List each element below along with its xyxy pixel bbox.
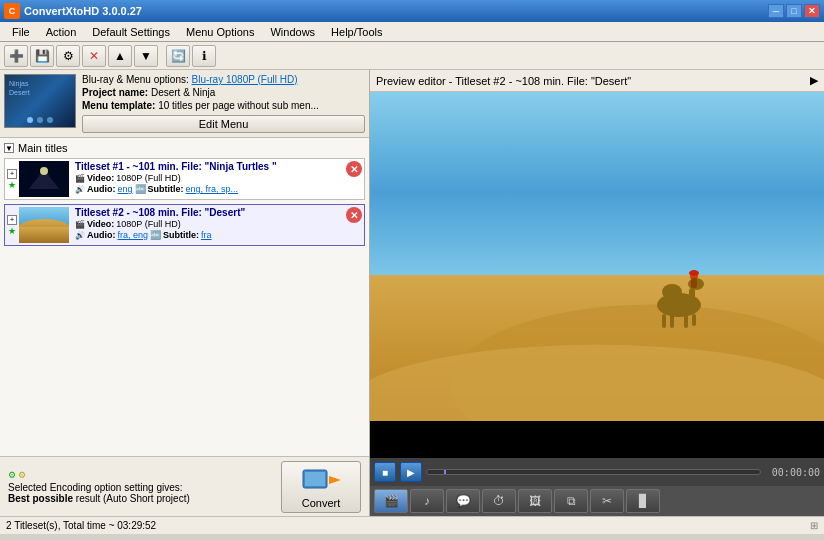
timecode: 00:00:00 xyxy=(765,467,820,478)
menu-file[interactable]: File xyxy=(4,24,38,40)
window-controls: ─ □ ✕ xyxy=(768,4,820,18)
thumb-dot xyxy=(27,117,33,123)
tab-menu[interactable]: 🖼 xyxy=(518,489,552,513)
menu-bar: File Action Default Settings Menu Option… xyxy=(0,22,824,42)
svg-rect-17 xyxy=(662,314,666,328)
thumb-dot xyxy=(37,117,43,123)
tab-multi[interactable]: ⧉ xyxy=(554,489,588,513)
svg-rect-18 xyxy=(670,314,674,328)
title-2-video: 🎬 Video: 1080P (Full HD) xyxy=(75,219,360,229)
title-2-delete-button[interactable]: ✕ xyxy=(346,207,362,223)
subtitle-label-2: Subtitle: xyxy=(163,230,199,240)
title-2-info: Titleset #2 - ~108 min. File: "Desert" 🎬… xyxy=(71,205,364,245)
toolbar-info-button[interactable]: ℹ xyxy=(192,45,216,67)
status-icon-green: ⚙ xyxy=(8,470,16,480)
subtitle-label: Subtitle: xyxy=(148,184,184,194)
subtitle-sep-2: 🔤 xyxy=(150,230,161,240)
preview-tabs: 🎬 ♪ 💬 ⏱ 🖼 ⧉ ✂ ▊ xyxy=(370,486,824,516)
toolbar-up-button[interactable]: ▲ xyxy=(108,45,132,67)
statusbar-resize: ⊞ xyxy=(810,520,818,531)
toolbar-down-button[interactable]: ▼ xyxy=(134,45,158,67)
title-1-expand-top[interactable]: + xyxy=(7,169,17,179)
convert-icon xyxy=(301,465,341,495)
title-bar: C ConvertXtoHD 3.0.0.27 ─ □ ✕ xyxy=(0,0,824,22)
title-2-subtitle-link[interactable]: fra xyxy=(201,230,212,240)
thumb-text: NinjasDesert xyxy=(5,75,75,101)
tab-cut[interactable]: ✂ xyxy=(590,489,624,513)
bluray-options-label: Blu-ray & Menu options: xyxy=(82,74,189,85)
thumb-dot xyxy=(47,117,53,123)
status-line2: Best possible result (Auto Short project… xyxy=(8,493,273,504)
title-1-star[interactable]: ★ xyxy=(7,180,17,190)
title-item-2: + ★ xyxy=(4,204,365,246)
title-1-delete-button[interactable]: ✕ xyxy=(346,161,362,177)
title-2-expand-controls: + ★ xyxy=(7,215,17,236)
title-1-subtitle-link[interactable]: eng, fra, sp... xyxy=(186,184,239,194)
title-2-thumbnail xyxy=(19,207,69,243)
audio-icon: 🔊 xyxy=(75,184,85,194)
menu-options[interactable]: Menu Options xyxy=(178,24,262,40)
audio-icon-2: 🔊 xyxy=(75,230,85,240)
tab-subtitle[interactable]: 💬 xyxy=(446,489,480,513)
tab-bar[interactable]: ▊ xyxy=(626,489,660,513)
bluray-settings: NinjasDesert Blu-ray & Menu options: Blu… xyxy=(0,70,369,138)
seekbar[interactable] xyxy=(426,469,761,475)
dune-svg xyxy=(370,224,824,425)
audio-label: Audio: xyxy=(87,184,116,194)
title-1-audio-link[interactable]: eng xyxy=(118,184,133,194)
edit-menu-button[interactable]: Edit Menu xyxy=(82,115,365,133)
menu-action[interactable]: Action xyxy=(38,24,85,40)
title-1-name: Titleset #1 - ~101 min. File: "Ninja Tur… xyxy=(75,161,360,172)
toolbar-refresh-button[interactable]: 🔄 xyxy=(166,45,190,67)
statusbar-left: 2 Titleset(s), Total time ~ 03:29:52 xyxy=(6,520,156,531)
toolbar-delete-button[interactable]: ✕ xyxy=(82,45,106,67)
project-name-value: Desert & Ninja xyxy=(151,87,215,98)
toolbar: ➕ 💾 ⚙ ✕ ▲ ▼ 🔄 ℹ xyxy=(0,42,824,70)
menu-help[interactable]: Help/Tools xyxy=(323,24,390,40)
preview-title: Preview editor - Titleset #2 - ~108 min.… xyxy=(376,75,631,87)
svg-point-2 xyxy=(40,167,48,175)
minimize-button[interactable]: ─ xyxy=(768,4,784,18)
tab-audio[interactable]: ♪ xyxy=(410,489,444,513)
toolbar-save-button[interactable]: 💾 xyxy=(30,45,54,67)
project-name-label: Project name: xyxy=(82,87,148,98)
title-item-2-left: + ★ xyxy=(5,205,71,245)
play-button[interactable]: ▶ xyxy=(400,462,422,482)
menu-template-line: Menu template: 10 titles per page withou… xyxy=(82,100,365,111)
preview-arrow-icon: ▶ xyxy=(810,74,818,87)
video-label-2: Video: xyxy=(87,219,114,229)
svg-rect-19 xyxy=(684,314,688,328)
title-item-1-left: + ★ xyxy=(5,159,71,199)
title-2-name: Titleset #2 - ~108 min. File: "Desert" xyxy=(75,207,360,218)
tab-chapter[interactable]: ⏱ xyxy=(482,489,516,513)
toolbar-add-button[interactable]: ➕ xyxy=(4,45,28,67)
stop-button[interactable]: ■ xyxy=(374,462,396,482)
convert-button[interactable]: Convert xyxy=(281,461,361,513)
preview-header: Preview editor - Titleset #2 - ~108 min.… xyxy=(370,70,824,92)
status-info: ⚙ ⚙ Selected Encoding option setting giv… xyxy=(8,470,273,504)
menu-windows[interactable]: Windows xyxy=(262,24,323,40)
section-expand-icon[interactable]: ▼ xyxy=(4,143,14,153)
maximize-button[interactable]: □ xyxy=(786,4,802,18)
title-2-star[interactable]: ★ xyxy=(7,226,17,236)
tab-video[interactable]: 🎬 xyxy=(374,489,408,513)
bluray-options-link[interactable]: Blu-ray 1080P (Full HD) xyxy=(192,74,298,85)
toolbar-settings-button[interactable]: ⚙ xyxy=(56,45,80,67)
left-panel: NinjasDesert Blu-ray & Menu options: Blu… xyxy=(0,70,370,516)
menu-default-settings[interactable]: Default Settings xyxy=(84,24,178,40)
status-icon-yellow: ⚙ xyxy=(18,470,26,480)
svg-rect-13 xyxy=(689,288,695,306)
title-2-audio-link[interactable]: fra, eng xyxy=(118,230,149,240)
title-1-video: 🎬 Video: 1080P (Full HD) xyxy=(75,173,360,183)
close-button[interactable]: ✕ xyxy=(804,4,820,18)
svg-rect-20 xyxy=(692,314,696,326)
convert-label: Convert xyxy=(302,497,341,509)
subtitle-sep: 🔤 xyxy=(135,184,146,194)
svg-rect-7 xyxy=(305,472,325,486)
title-2-video-value: 1080P (Full HD) xyxy=(116,219,180,229)
camel-figure xyxy=(634,260,724,330)
black-bar-bottom xyxy=(370,421,824,458)
audio-label-2: Audio: xyxy=(87,230,116,240)
status-icons: ⚙ ⚙ xyxy=(8,470,273,480)
title-2-expand-top[interactable]: + xyxy=(7,215,17,225)
